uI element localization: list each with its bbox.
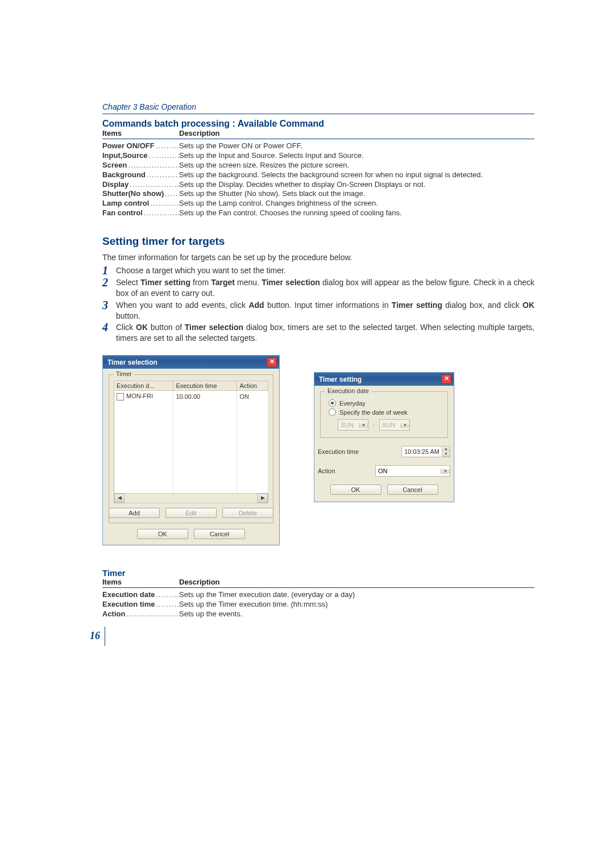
cmd-item: Execution date [102,590,179,600]
chevron-down-icon[interactable]: ▼ [359,423,368,428]
commands-list: Power ON/OFFSets up the Power ON or Powe… [102,141,534,218]
timer-listview[interactable]: Execution d... Execution time Action MON… [114,381,268,494]
header-description: Description [179,578,220,586]
cmd-item: Lamp control [102,199,179,208]
timer-items-list: Execution dateSets up the Timer executio… [102,590,534,619]
col-action[interactable]: Action [237,381,268,391]
radio-label: Specify the date of week [339,409,408,416]
add-button[interactable]: Add [109,508,160,518]
cancel-button[interactable]: Cancel [387,485,438,495]
groupbox-legend: Execution date [325,387,371,394]
step-1: 1Choose a target which you want to set t… [102,265,534,276]
delete-button[interactable]: Delete [222,508,273,518]
timer-section-title: Timer [102,568,534,578]
steps-list: 1Choose a target which you want to set t… [102,265,534,344]
cmd-item: Execution time [102,600,179,610]
spin-up-icon[interactable]: ▲ [442,446,450,452]
col-execution-time[interactable]: Execution time [173,381,237,391]
header-items: Items [102,129,179,137]
cmd-item: Screen [102,161,179,170]
cmd-desc: Sets up the Timer execution date. (every… [179,590,534,600]
row-checkbox[interactable] [117,393,124,400]
col-execution-date[interactable]: Execution d... [114,381,173,391]
edit-button[interactable]: Edit [165,508,217,518]
chapter-header: Chapter 3 Basic Operation [102,102,534,114]
cmd-desc: Sets up the Lamp control. Changes bright… [179,199,534,208]
spin-down-icon[interactable]: ▼ [442,452,450,457]
cmd-item: Shutter(No show) [102,189,179,199]
cmd-desc: Sets up the Input and Source. Selects In… [179,151,534,161]
cmd-item: Display [102,180,179,190]
cmd-desc: Sets up the Shutter (No show). Sets blac… [179,189,534,199]
timer-groupbox: Timer Execution d... Execution time Acti… [109,374,273,523]
action-label: Action [318,468,335,474]
execution-date-groupbox: Execution date Everyday Specify the date… [320,391,448,438]
close-icon[interactable]: ✕ [441,374,451,384]
intro-text: The timer information for targets can be… [102,252,534,263]
commands-section-title: Commands batch processing : Available Co… [102,119,534,129]
execution-time-label: Execution time [318,448,359,455]
radio-label: Everyday [339,400,366,407]
radio-icon[interactable] [329,408,336,416]
cmd-desc: Sets up the Timer execution time. (hh:mm… [179,600,534,610]
titlebar[interactable]: Timer selection ✕ [103,356,279,369]
radio-specify-day[interactable]: Specify the date of week [329,408,443,416]
cmd-desc: Sets up the background. Selects the back… [179,170,534,180]
chevron-down-icon[interactable]: ▼ [441,469,450,474]
step-2: 2Select Timer setting from Target menu. … [102,277,534,299]
cmd-desc: Sets up the Fan control. Chooses the run… [179,208,534,218]
cmd-item: Background [102,170,179,180]
cmd-item: Power ON/OFF [102,141,179,151]
page-number: 16 [90,630,100,642]
header-items: Items [102,578,179,586]
titlebar[interactable]: Timer setting ✕ [314,373,454,386]
scroll-left-icon[interactable]: ◀ [114,494,125,503]
cmd-item: Input,Source [102,151,179,161]
action-combo[interactable]: ON ▼ [375,465,450,477]
radio-everyday[interactable]: Everyday [329,399,443,407]
cmd-desc: Sets up the Display. Decides whether to … [179,180,534,190]
scroll-right-icon[interactable]: ▶ [258,494,268,503]
groupbox-legend: Timer [114,370,134,377]
cmd-item: Fan control [102,208,179,218]
day-to-combo[interactable]: SUN▼ [379,419,410,431]
execution-time-spinner[interactable]: 10:03:25 AM ▲▼ [401,446,450,457]
timer-setting-dialog: Timer setting ✕ Execution date Everyday … [314,372,454,502]
table-row[interactable]: MON-FRI 10.00.00 ON [114,391,268,403]
subsection-title: Setting timer for targets [102,235,534,248]
dialog-title: Timer selection [107,358,157,366]
step-4: 4Click OK button of Timer selection dial… [102,322,534,344]
header-description: Description [179,129,220,137]
cmd-item: Action [102,610,179,619]
cmd-desc: Sets up the Power ON or Power OFF. [179,141,534,151]
horizontal-scrollbar[interactable]: ◀ ▶ [114,493,268,503]
day-from-combo[interactable]: SUN▼ [338,419,368,431]
dialog-title: Timer setting [319,375,362,383]
ok-button[interactable]: OK [137,529,188,539]
timer-table-header: Items Description [102,578,534,588]
timer-selection-dialog: Timer selection ✕ Timer Execution d... E… [102,355,280,545]
chevron-down-icon[interactable]: ▼ [400,423,409,428]
ok-button[interactable]: OK [330,485,381,495]
close-icon[interactable]: ✕ [267,357,277,367]
cancel-button[interactable]: Cancel [194,529,245,539]
cmd-desc: Sets up the events. [179,610,534,619]
commands-table-header: Items Description [102,129,534,139]
step-3: 3When you want to add events, click Add … [102,300,534,322]
range-separator: · [373,422,375,428]
radio-icon[interactable] [329,399,336,407]
cmd-desc: Sets up the screen size. Resizes the pic… [179,161,534,170]
